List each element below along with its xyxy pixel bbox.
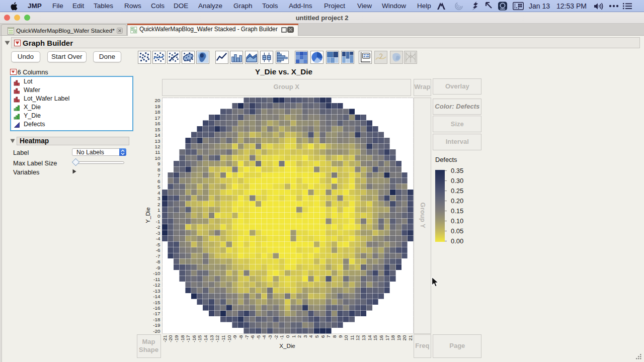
svg-text:5: 5 xyxy=(314,335,319,338)
svg-text:-10: -10 xyxy=(226,335,232,342)
svg-text:7: 7 xyxy=(326,335,331,338)
svg-text:-5: -5 xyxy=(256,335,261,339)
svg-text:1: 1 xyxy=(291,335,296,338)
svg-text:-21: -21 xyxy=(162,335,168,342)
svg-text:-1: -1 xyxy=(279,335,284,340)
svg-text:4: 4 xyxy=(308,335,313,338)
svg-text:3: 3 xyxy=(302,335,308,338)
svg-text:-17: -17 xyxy=(185,335,191,342)
svg-text:2: 2 xyxy=(296,335,302,338)
svg-text:8: 8 xyxy=(332,335,337,338)
svg-text:16: 16 xyxy=(378,335,384,340)
svg-text:13: 13 xyxy=(361,335,366,340)
svg-text:-8: -8 xyxy=(238,335,244,339)
svg-text:-12: -12 xyxy=(214,335,220,342)
svg-text:-7: -7 xyxy=(244,335,250,340)
svg-text:-18: -18 xyxy=(180,335,185,342)
svg-text:-13: -13 xyxy=(209,335,214,342)
svg-text:-3: -3 xyxy=(267,335,273,339)
svg-text:-2: -2 xyxy=(273,335,279,340)
svg-text:11: 11 xyxy=(349,335,355,340)
svg-text:19: 19 xyxy=(396,335,401,341)
svg-text:-11: -11 xyxy=(220,335,226,342)
svg-text:15: 15 xyxy=(372,335,378,340)
svg-text:14: 14 xyxy=(367,335,372,340)
svg-text:-19: -19 xyxy=(174,335,179,342)
svg-text:6: 6 xyxy=(320,335,326,338)
svg-text:12: 12 xyxy=(355,335,360,341)
svg-text:-16: -16 xyxy=(191,335,197,342)
svg-text:21: 21 xyxy=(408,335,413,341)
svg-text:10: 10 xyxy=(343,335,349,340)
svg-text:9: 9 xyxy=(338,335,343,338)
svg-text:20: 20 xyxy=(401,335,407,340)
svg-text:-15: -15 xyxy=(197,335,202,342)
svg-text:17: 17 xyxy=(384,335,390,341)
svg-text:18: 18 xyxy=(390,335,395,340)
svg-text:-9: -9 xyxy=(232,335,237,340)
svg-text:-14: -14 xyxy=(203,335,208,342)
svg-text:-4: -4 xyxy=(261,335,267,339)
svg-text:-6: -6 xyxy=(250,335,255,339)
svg-text:-20: -20 xyxy=(168,335,173,342)
svg-text:0: 0 xyxy=(285,335,290,338)
